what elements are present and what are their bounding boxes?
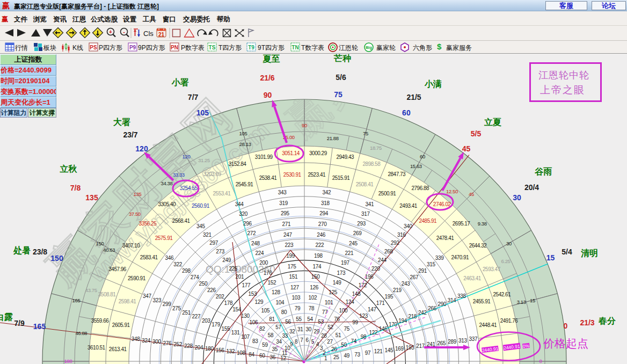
svg-text:170: 170 <box>389 322 398 327</box>
svg-text:7/7: 7/7 <box>188 93 199 101</box>
svg-text:0: 0 <box>539 358 542 364</box>
svg-text:289: 289 <box>448 339 457 345</box>
svg-text:83: 83 <box>252 338 258 344</box>
svg-text:269: 269 <box>353 230 362 236</box>
svg-text:194: 194 <box>398 318 407 324</box>
svg-text:250: 250 <box>199 281 208 287</box>
svg-text:2463.41: 2463.41 <box>463 275 482 281</box>
svg-text:29: 29 <box>314 329 320 334</box>
svg-text:175: 175 <box>288 264 297 270</box>
svg-text:33: 33 <box>282 333 288 339</box>
svg-text:56: 56 <box>285 319 291 325</box>
svg-text:2593.47: 2593.47 <box>483 266 501 272</box>
svg-text:135: 135 <box>133 191 141 197</box>
svg-text:320: 320 <box>239 211 248 217</box>
svg-text:33.33: 33.33 <box>173 172 185 178</box>
svg-text:白露: 白露 <box>0 312 13 322</box>
svg-text:价格起点: 价格起点 <box>543 337 588 350</box>
svg-text:21/6: 21/6 <box>260 74 274 82</box>
svg-text:6: 6 <box>306 337 309 343</box>
svg-text:129: 129 <box>255 299 264 305</box>
svg-text:53: 53 <box>318 319 324 325</box>
svg-text:318: 318 <box>321 200 330 206</box>
svg-text:98: 98 <box>361 334 367 340</box>
svg-text:145: 145 <box>384 347 393 353</box>
svg-text:立秋: 立秋 <box>60 164 78 173</box>
svg-text:2746.02: 2746.02 <box>433 201 451 207</box>
svg-text:57: 57 <box>275 324 281 330</box>
svg-text:340: 340 <box>404 223 413 229</box>
svg-text:12.50: 12.50 <box>446 188 458 194</box>
svg-text:296: 296 <box>243 221 252 227</box>
svg-text:P9: P9 <box>129 45 136 50</box>
svg-text:124: 124 <box>346 299 355 305</box>
svg-text:28: 28 <box>321 333 327 339</box>
svg-text:245: 245 <box>349 241 358 246</box>
svg-text:176: 176 <box>264 270 273 276</box>
svg-text:2560.91: 2560.91 <box>192 203 210 209</box>
svg-text:73: 73 <box>354 352 360 358</box>
svg-text:3: 3 <box>320 345 323 351</box>
svg-text:2605.91: 2605.91 <box>112 322 130 328</box>
svg-text:7/8: 7/8 <box>70 184 81 192</box>
svg-text:290: 290 <box>438 301 447 307</box>
svg-text:246: 246 <box>317 232 326 238</box>
svg-text:23/8: 23/8 <box>33 247 47 256</box>
svg-text:104: 104 <box>276 300 285 305</box>
svg-text:23/7: 23/7 <box>123 130 137 139</box>
svg-text:3457.96: 3457.96 <box>108 266 127 272</box>
svg-text:T9: T9 <box>248 45 254 50</box>
svg-text:55: 55 <box>296 316 302 322</box>
svg-text:127: 127 <box>290 285 300 290</box>
svg-text:291: 291 <box>418 268 427 274</box>
svg-text:52: 52 <box>327 324 333 330</box>
svg-text:80: 80 <box>281 309 287 315</box>
svg-text:120: 120 <box>135 144 148 153</box>
svg-text:Big: Big <box>366 45 373 50</box>
svg-text:2542.61: 2542.61 <box>493 292 512 297</box>
svg-text:270: 270 <box>318 221 327 227</box>
svg-text:195: 195 <box>384 294 393 300</box>
svg-text:75: 75 <box>363 130 368 136</box>
svg-text:60: 60 <box>259 353 265 359</box>
svg-text:314: 314 <box>448 297 457 303</box>
svg-text:79: 79 <box>295 305 301 311</box>
svg-text:15: 15 <box>546 253 555 262</box>
svg-text:27: 27 <box>327 339 333 345</box>
svg-text:小署: 小署 <box>171 78 189 87</box>
svg-text:120: 120 <box>183 154 191 159</box>
svg-text:5: 5 <box>311 339 315 345</box>
svg-text:153: 153 <box>249 291 258 297</box>
svg-text:99: 99 <box>352 319 358 325</box>
svg-text:2515.91: 2515.91 <box>332 175 351 181</box>
svg-text:2448.41: 2448.41 <box>479 322 497 328</box>
svg-text:346: 346 <box>165 255 174 261</box>
svg-text:32: 32 <box>289 329 295 334</box>
svg-text:218: 218 <box>409 314 418 319</box>
svg-text:201: 201 <box>235 274 244 280</box>
svg-text:173: 173 <box>337 270 346 276</box>
svg-text:5/6: 5/6 <box>336 73 346 82</box>
svg-text:-: - <box>123 28 125 35</box>
svg-text:343: 343 <box>278 190 287 195</box>
svg-text:221: 221 <box>345 250 354 256</box>
svg-text:172: 172 <box>359 282 368 288</box>
svg-text:105: 105 <box>239 130 247 136</box>
svg-text:155: 155 <box>222 326 231 332</box>
svg-text:298: 298 <box>182 268 191 274</box>
svg-text:102: 102 <box>309 295 318 301</box>
svg-text:2598.41: 2598.41 <box>119 299 137 304</box>
svg-text:TS: TS <box>209 45 216 50</box>
svg-text:2545.91: 2545.91 <box>236 181 254 187</box>
svg-text:59: 59 <box>262 342 268 348</box>
svg-text:180: 180 <box>205 346 214 352</box>
svg-text:149: 149 <box>333 280 342 286</box>
svg-text:101: 101 <box>325 300 334 305</box>
svg-text:2898.58: 2898.58 <box>363 161 381 167</box>
svg-text:272: 272 <box>247 230 257 236</box>
svg-text:220: 220 <box>371 266 381 272</box>
svg-text:243: 243 <box>402 281 411 287</box>
svg-text:34.38: 34.38 <box>161 180 173 186</box>
svg-text:82: 82 <box>259 326 265 332</box>
svg-text:344: 344 <box>235 201 244 207</box>
